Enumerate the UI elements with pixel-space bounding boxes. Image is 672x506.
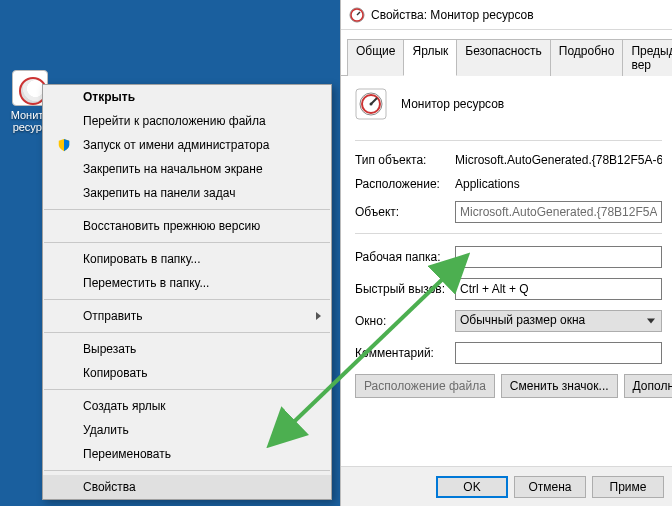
tab-shortcut[interactable]: Ярлык — [403, 39, 457, 76]
ctx-open-file-location[interactable]: Перейти к расположению файла — [43, 109, 331, 133]
svg-point-7 — [370, 103, 373, 106]
label-workdir: Рабочая папка: — [355, 250, 455, 264]
label-target-type: Тип объекта: — [355, 153, 455, 167]
run-select[interactable]: Обычный размер окна — [455, 310, 662, 332]
ctx-open[interactable]: Открыть — [43, 85, 331, 109]
ctx-restore-previous[interactable]: Восстановить прежнюю версию — [43, 214, 331, 238]
apply-button[interactable]: Приме — [592, 476, 664, 498]
ctx-cut[interactable]: Вырезать — [43, 337, 331, 361]
divider — [355, 233, 662, 234]
ctx-send-to[interactable]: Отправить — [43, 304, 331, 328]
label-target-location: Расположение: — [355, 177, 455, 191]
separator — [44, 470, 330, 471]
tab-security[interactable]: Безопасность — [456, 39, 551, 76]
resource-monitor-icon — [349, 7, 365, 23]
value-target-type: Microsoft.AutoGenerated.{78B12F5A-699E-B… — [455, 153, 662, 167]
ctx-create-shortcut[interactable]: Создать ярлык — [43, 394, 331, 418]
desktop: Монито ресурс Открыть Перейти к располож… — [0, 0, 340, 506]
panel-button-row: Расположение файла Сменить значок... Доп… — [355, 374, 662, 398]
separator — [44, 242, 330, 243]
label-target: Объект: — [355, 205, 455, 219]
ctx-move-to-folder[interactable]: Переместить в папку... — [43, 271, 331, 295]
row-hotkey: Быстрый вызов: — [355, 278, 662, 300]
row-target: Объект: — [355, 201, 662, 223]
label-run: Окно: — [355, 314, 455, 328]
hotkey-field[interactable] — [455, 278, 662, 300]
ctx-pin-to-taskbar[interactable]: Закрепить на панели задач — [43, 181, 331, 205]
ctx-copy[interactable]: Копировать — [43, 361, 331, 385]
titlebar[interactable]: Свойства: Монитор ресурсов — [341, 0, 672, 30]
comment-field[interactable] — [455, 342, 662, 364]
shield-icon — [57, 138, 71, 152]
tab-general[interactable]: Общие — [347, 39, 404, 76]
submenu-arrow-icon — [316, 312, 321, 320]
ok-button[interactable]: OK — [436, 476, 508, 498]
tab-strip: Общие Ярлык Безопасность Подробно Предыд… — [341, 30, 672, 76]
separator — [44, 299, 330, 300]
row-run: Окно: Обычный размер окна — [355, 310, 662, 332]
ctx-properties[interactable]: Свойства — [43, 475, 331, 499]
ctx-copy-to-folder[interactable]: Копировать в папку... — [43, 247, 331, 271]
advanced-button[interactable]: Дополнительно — [624, 374, 672, 398]
workdir-field[interactable] — [455, 246, 662, 268]
value-target-location: Applications — [455, 177, 662, 191]
label-hotkey: Быстрый вызов: — [355, 282, 455, 296]
row-workdir: Рабочая папка: — [355, 246, 662, 268]
separator — [44, 389, 330, 390]
open-file-location-button[interactable]: Расположение файла — [355, 374, 495, 398]
ctx-pin-to-start[interactable]: Закрепить на начальном экране — [43, 157, 331, 181]
separator — [44, 332, 330, 333]
label-comment: Комментарий: — [355, 346, 455, 360]
separator — [44, 209, 330, 210]
tab-details[interactable]: Подробно — [550, 39, 624, 76]
row-target-type: Тип объекта: Microsoft.AutoGenerated.{78… — [355, 153, 662, 167]
resource-monitor-icon — [355, 88, 387, 120]
tab-previous-versions[interactable]: Предыдущие вер — [622, 39, 672, 76]
divider — [355, 140, 662, 141]
cancel-button[interactable]: Отмена — [514, 476, 586, 498]
row-comment: Комментарий: — [355, 342, 662, 364]
header-row: Монитор ресурсов — [355, 88, 662, 120]
change-icon-button[interactable]: Сменить значок... — [501, 374, 618, 398]
ctx-rename[interactable]: Переименовать — [43, 442, 331, 466]
shortcut-name: Монитор ресурсов — [401, 97, 662, 111]
context-menu: Открыть Перейти к расположению файла Зап… — [42, 84, 332, 500]
dialog-button-row: OK Отмена Приме — [341, 466, 672, 506]
ctx-run-as-admin[interactable]: Запуск от имени администратора — [43, 133, 331, 157]
window-title: Свойства: Монитор ресурсов — [371, 8, 534, 22]
properties-dialog: Свойства: Монитор ресурсов Общие Ярлык Б… — [340, 0, 672, 506]
shortcut-tab-panel: Монитор ресурсов Тип объекта: Microsoft.… — [341, 76, 672, 482]
target-field[interactable] — [455, 201, 662, 223]
row-target-location: Расположение: Applications — [355, 177, 662, 191]
ctx-delete[interactable]: Удалить — [43, 418, 331, 442]
